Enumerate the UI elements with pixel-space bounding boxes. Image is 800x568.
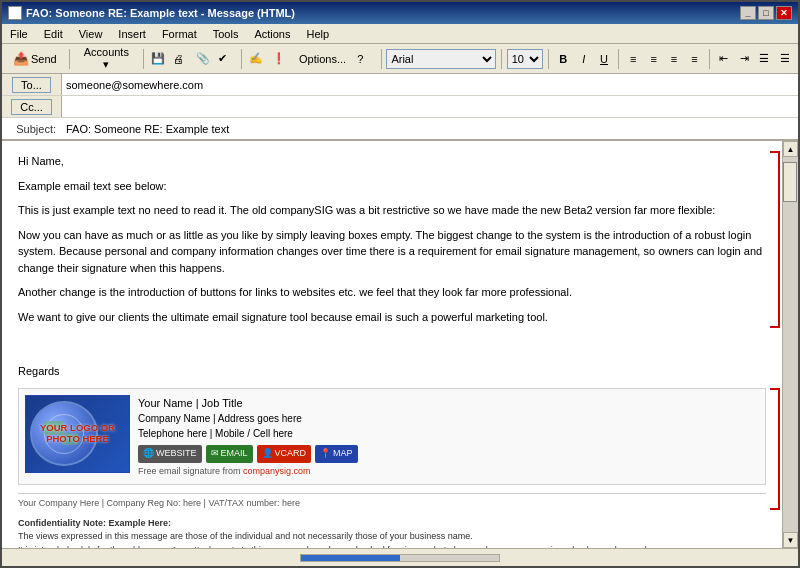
toolbar-separator2 — [143, 49, 144, 69]
conf-title: Confidentiality Note: Example Here: — [18, 517, 766, 531]
window-controls: _ □ ✕ — [740, 6, 792, 20]
progress-fill — [301, 555, 400, 561]
align-left-button[interactable]: ≡ — [624, 49, 642, 69]
subject-input[interactable] — [62, 121, 798, 137]
save-button[interactable]: 💾 — [149, 48, 169, 70]
logo-text: YOUR LOGO OR PHOTO HERE — [26, 423, 129, 445]
font-select[interactable]: Arial — [386, 49, 495, 69]
toolbar-separator8 — [709, 49, 710, 69]
vertical-scrollbar: ▲ ▼ — [782, 141, 798, 548]
toolbar-separator5 — [501, 49, 502, 69]
cc-button[interactable]: Cc... — [11, 99, 52, 115]
toolbar-separator7 — [618, 49, 619, 69]
toolbar-separator — [69, 49, 70, 69]
website-icon: 🌐 — [143, 447, 154, 461]
menu-format[interactable]: Format — [158, 27, 201, 41]
scroll-down-button[interactable]: ▼ — [783, 532, 798, 548]
menu-help[interactable]: Help — [302, 27, 333, 41]
cc-row: Cc... — [2, 96, 798, 118]
conf-line1: The views expressed in this message are … — [18, 530, 766, 544]
sig-company: Company Name | Address goes here — [138, 411, 759, 426]
map-icon: 📍 — [320, 447, 331, 461]
signature-button[interactable]: ✍ — [247, 48, 267, 70]
scroll-thumb[interactable] — [783, 162, 797, 202]
status-bar — [2, 548, 798, 566]
minimize-button[interactable]: _ — [740, 6, 756, 20]
help-button[interactable]: ? — [355, 48, 375, 70]
status-progress — [6, 554, 794, 562]
menu-insert[interactable]: Insert — [114, 27, 150, 41]
to-button[interactable]: To... — [12, 77, 51, 93]
sig-free-link[interactable]: companysig.com — [243, 466, 311, 476]
to-row: To... — [2, 74, 798, 96]
numbers-button[interactable]: ☰ — [776, 49, 794, 69]
send-icon: 📤 — [13, 51, 29, 67]
website-button[interactable]: 🌐 WEBSITE — [138, 445, 202, 463]
regards: Regards — [18, 363, 766, 380]
logo-text-overlay: YOUR LOGO OR PHOTO HERE — [26, 396, 129, 472]
menu-tools[interactable]: Tools — [209, 27, 243, 41]
para3: Now you can have as much or as little as… — [18, 227, 766, 277]
to-input[interactable] — [62, 77, 798, 93]
signature-details: Your Name | Job Title Company Name | Add… — [138, 395, 759, 479]
check-button[interactable]: ✔ — [216, 48, 236, 70]
confidentiality-note: Confidentiality Note: Example Here: The … — [18, 517, 766, 549]
address-area: To... Cc... Subject: — [2, 74, 798, 141]
menu-edit[interactable]: Edit — [40, 27, 67, 41]
maximize-button[interactable]: □ — [758, 6, 774, 20]
scroll-up-button[interactable]: ▲ — [783, 141, 798, 157]
spacer — [18, 333, 766, 363]
toolbar-separator4 — [381, 49, 382, 69]
indent-inc-button[interactable]: ⇥ — [735, 49, 753, 69]
indent-dec-button[interactable]: ⇤ — [715, 49, 733, 69]
options-button[interactable]: Options... — [292, 48, 353, 70]
vcard-icon: 👤 — [262, 447, 273, 461]
sig-telephone: Telephone here | Mobile / Cell here — [138, 426, 759, 441]
cc-label-container: Cc... — [2, 96, 62, 117]
align-right-button[interactable]: ≡ — [665, 49, 683, 69]
company-line: Your Company Here | Company Reg No: here… — [18, 493, 766, 511]
bold-button[interactable]: B — [554, 49, 572, 69]
bullets-button[interactable]: ☰ — [755, 49, 773, 69]
title-bar: ✉ FAO: Someone RE: Example text - Messag… — [2, 2, 798, 24]
vcard-button[interactable]: 👤 VCARD — [257, 445, 312, 463]
email-body[interactable]: EmailText Hi Name, Example email text se… — [2, 141, 782, 548]
logo-container: YOUR LOGO OR PHOTO HERE — [25, 395, 130, 473]
underline-button[interactable]: U — [595, 49, 613, 69]
para4: Another change is the introduction of bu… — [18, 284, 766, 301]
subject-row: Subject: — [2, 118, 798, 140]
attach-button[interactable]: 📎 — [194, 48, 214, 70]
content-area: EmailText Hi Name, Example email text se… — [2, 141, 798, 548]
window-title: FAO: Someone RE: Example text - Message … — [26, 7, 295, 19]
justify-button[interactable]: ≡ — [685, 49, 703, 69]
menu-bar: File Edit View Insert Format Tools Actio… — [2, 24, 798, 44]
sig-name: Your Name | Job Title — [138, 395, 759, 412]
email-icon: ✉ — [211, 447, 219, 461]
sig-free-text: Free email signature from companysig.com — [138, 465, 759, 479]
main-toolbar: 📤 Send Accounts ▾ 💾 🖨 📎 ✔ ✍ ❗ Options...… — [2, 44, 798, 74]
email-sig-button[interactable]: ✉ EMAIL — [206, 445, 253, 463]
greeting: Hi Name, — [18, 153, 766, 170]
window-icon: ✉ — [8, 6, 22, 20]
priority-button[interactable]: ❗ — [270, 48, 290, 70]
send-button[interactable]: 📤 Send — [6, 48, 64, 70]
progress-bar — [300, 554, 500, 562]
signature-box: YOUR LOGO OR PHOTO HERE Your Name | Job … — [18, 388, 766, 486]
accounts-button[interactable]: Accounts ▾ — [75, 48, 138, 70]
menu-view[interactable]: View — [75, 27, 107, 41]
menu-actions[interactable]: Actions — [250, 27, 294, 41]
italic-button[interactable]: I — [574, 49, 592, 69]
para1: Example email text see below: — [18, 178, 766, 195]
scroll-track[interactable] — [783, 157, 798, 532]
close-button[interactable]: ✕ — [776, 6, 792, 20]
signature-wrapper: ExampleEmail SignatureColors can beChang… — [18, 388, 766, 549]
align-center-button[interactable]: ≡ — [645, 49, 663, 69]
menu-file[interactable]: File — [6, 27, 32, 41]
toolbar-separator6 — [548, 49, 549, 69]
map-button[interactable]: 📍 MAP — [315, 445, 358, 463]
size-select[interactable]: 10 — [507, 49, 544, 69]
signature-inner: YOUR LOGO OR PHOTO HERE Your Name | Job … — [25, 395, 759, 479]
cc-input[interactable] — [62, 99, 798, 115]
print-button[interactable]: 🖨 — [171, 48, 191, 70]
subject-label: Subject: — [2, 123, 62, 135]
